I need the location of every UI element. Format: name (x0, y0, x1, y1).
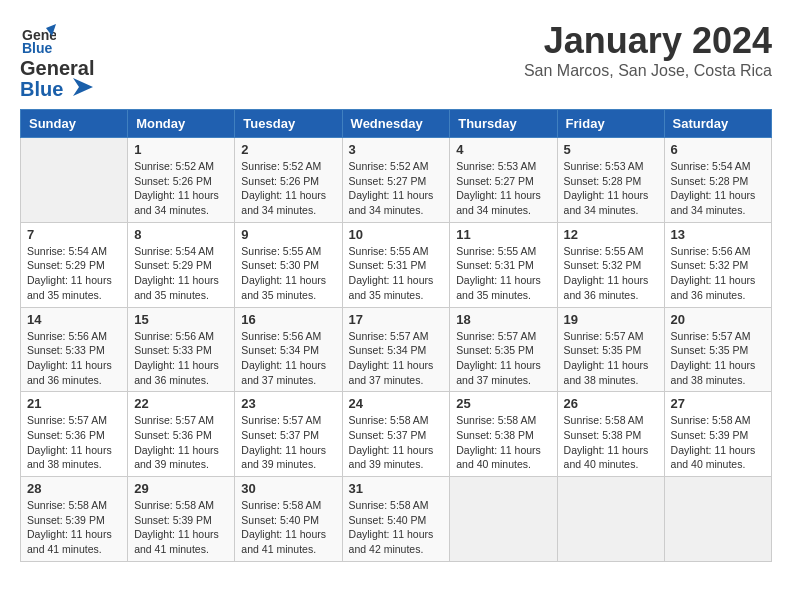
calendar-week-row: 21Sunrise: 5:57 AMSunset: 5:36 PMDayligh… (21, 392, 772, 477)
calendar-week-row: 14Sunrise: 5:56 AMSunset: 5:33 PMDayligh… (21, 307, 772, 392)
calendar-cell (21, 138, 128, 223)
day-info: Sunrise: 5:58 AMSunset: 5:39 PMDaylight:… (671, 413, 765, 472)
day-info: Sunrise: 5:57 AMSunset: 5:35 PMDaylight:… (671, 329, 765, 388)
header-day: Friday (557, 110, 664, 138)
day-number: 31 (349, 481, 444, 496)
logo-arrow-icon (73, 78, 93, 96)
sunset-text: Sunset: 5:37 PM (349, 428, 444, 443)
sunrise-text: Sunrise: 5:55 AM (564, 244, 658, 259)
sunrise-text: Sunrise: 5:54 AM (671, 159, 765, 174)
sunset-text: Sunset: 5:36 PM (27, 428, 121, 443)
sunrise-text: Sunrise: 5:56 AM (671, 244, 765, 259)
header-row: SundayMondayTuesdayWednesdayThursdayFrid… (21, 110, 772, 138)
title-block: January 2024 San Marcos, San Jose, Costa… (524, 20, 772, 80)
day-info: Sunrise: 5:56 AMSunset: 5:32 PMDaylight:… (671, 244, 765, 303)
daylight-text: Daylight: 11 hours and 39 minutes. (241, 443, 335, 472)
day-info: Sunrise: 5:54 AMSunset: 5:29 PMDaylight:… (134, 244, 228, 303)
day-info: Sunrise: 5:55 AMSunset: 5:32 PMDaylight:… (564, 244, 658, 303)
calendar-cell: 1Sunrise: 5:52 AMSunset: 5:26 PMDaylight… (128, 138, 235, 223)
daylight-text: Daylight: 11 hours and 34 minutes. (241, 188, 335, 217)
daylight-text: Daylight: 11 hours and 37 minutes. (349, 358, 444, 387)
daylight-text: Daylight: 11 hours and 42 minutes. (349, 527, 444, 556)
sunset-text: Sunset: 5:32 PM (671, 258, 765, 273)
sunrise-text: Sunrise: 5:56 AM (241, 329, 335, 344)
calendar-week-row: 1Sunrise: 5:52 AMSunset: 5:26 PMDaylight… (21, 138, 772, 223)
sunrise-text: Sunrise: 5:58 AM (671, 413, 765, 428)
calendar-cell: 26Sunrise: 5:58 AMSunset: 5:38 PMDayligh… (557, 392, 664, 477)
calendar-cell: 15Sunrise: 5:56 AMSunset: 5:33 PMDayligh… (128, 307, 235, 392)
day-number: 7 (27, 227, 121, 242)
sunset-text: Sunset: 5:35 PM (564, 343, 658, 358)
day-number: 30 (241, 481, 335, 496)
sunset-text: Sunset: 5:38 PM (564, 428, 658, 443)
calendar-cell: 28Sunrise: 5:58 AMSunset: 5:39 PMDayligh… (21, 477, 128, 562)
calendar-cell (450, 477, 557, 562)
daylight-text: Daylight: 11 hours and 34 minutes. (671, 188, 765, 217)
daylight-text: Daylight: 11 hours and 35 minutes. (134, 273, 228, 302)
daylight-text: Daylight: 11 hours and 39 minutes. (349, 443, 444, 472)
daylight-text: Daylight: 11 hours and 34 minutes. (456, 188, 550, 217)
sunrise-text: Sunrise: 5:52 AM (349, 159, 444, 174)
day-info: Sunrise: 5:54 AMSunset: 5:29 PMDaylight:… (27, 244, 121, 303)
day-info: Sunrise: 5:57 AMSunset: 5:37 PMDaylight:… (241, 413, 335, 472)
daylight-text: Daylight: 11 hours and 41 minutes. (134, 527, 228, 556)
daylight-text: Daylight: 11 hours and 35 minutes. (456, 273, 550, 302)
calendar-cell: 20Sunrise: 5:57 AMSunset: 5:35 PMDayligh… (664, 307, 771, 392)
day-info: Sunrise: 5:58 AMSunset: 5:38 PMDaylight:… (564, 413, 658, 472)
header-day: Tuesday (235, 110, 342, 138)
sunrise-text: Sunrise: 5:57 AM (564, 329, 658, 344)
day-number: 5 (564, 142, 658, 157)
daylight-text: Daylight: 11 hours and 38 minutes. (671, 358, 765, 387)
sunset-text: Sunset: 5:27 PM (349, 174, 444, 189)
daylight-text: Daylight: 11 hours and 40 minutes. (671, 443, 765, 472)
sunset-text: Sunset: 5:40 PM (349, 513, 444, 528)
day-info: Sunrise: 5:58 AMSunset: 5:40 PMDaylight:… (349, 498, 444, 557)
sunrise-text: Sunrise: 5:58 AM (134, 498, 228, 513)
day-info: Sunrise: 5:53 AMSunset: 5:27 PMDaylight:… (456, 159, 550, 218)
daylight-text: Daylight: 11 hours and 36 minutes. (564, 273, 658, 302)
sunset-text: Sunset: 5:35 PM (456, 343, 550, 358)
day-number: 15 (134, 312, 228, 327)
header-day: Wednesday (342, 110, 450, 138)
calendar-body: 1Sunrise: 5:52 AMSunset: 5:26 PMDaylight… (21, 138, 772, 562)
day-info: Sunrise: 5:55 AMSunset: 5:31 PMDaylight:… (456, 244, 550, 303)
sunrise-text: Sunrise: 5:53 AM (564, 159, 658, 174)
sunset-text: Sunset: 5:33 PM (134, 343, 228, 358)
day-info: Sunrise: 5:54 AMSunset: 5:28 PMDaylight:… (671, 159, 765, 218)
day-info: Sunrise: 5:57 AMSunset: 5:36 PMDaylight:… (27, 413, 121, 472)
day-info: Sunrise: 5:58 AMSunset: 5:37 PMDaylight:… (349, 413, 444, 472)
day-info: Sunrise: 5:57 AMSunset: 5:35 PMDaylight:… (564, 329, 658, 388)
sunset-text: Sunset: 5:31 PM (349, 258, 444, 273)
svg-marker-3 (73, 78, 93, 96)
sunset-text: Sunset: 5:38 PM (456, 428, 550, 443)
sunrise-text: Sunrise: 5:57 AM (671, 329, 765, 344)
sunset-text: Sunset: 5:39 PM (27, 513, 121, 528)
day-number: 26 (564, 396, 658, 411)
sunrise-text: Sunrise: 5:52 AM (134, 159, 228, 174)
calendar-table: SundayMondayTuesdayWednesdayThursdayFrid… (20, 109, 772, 562)
sunrise-text: Sunrise: 5:58 AM (564, 413, 658, 428)
daylight-text: Daylight: 11 hours and 36 minutes. (134, 358, 228, 387)
sunrise-text: Sunrise: 5:53 AM (456, 159, 550, 174)
calendar-cell: 5Sunrise: 5:53 AMSunset: 5:28 PMDaylight… (557, 138, 664, 223)
sunset-text: Sunset: 5:40 PM (241, 513, 335, 528)
calendar-cell: 25Sunrise: 5:58 AMSunset: 5:38 PMDayligh… (450, 392, 557, 477)
day-number: 1 (134, 142, 228, 157)
sunset-text: Sunset: 5:34 PM (349, 343, 444, 358)
daylight-text: Daylight: 11 hours and 34 minutes. (349, 188, 444, 217)
sunset-text: Sunset: 5:28 PM (564, 174, 658, 189)
calendar-cell: 30Sunrise: 5:58 AMSunset: 5:40 PMDayligh… (235, 477, 342, 562)
sunrise-text: Sunrise: 5:55 AM (456, 244, 550, 259)
day-number: 11 (456, 227, 550, 242)
calendar-cell: 21Sunrise: 5:57 AMSunset: 5:36 PMDayligh… (21, 392, 128, 477)
sunrise-text: Sunrise: 5:57 AM (27, 413, 121, 428)
calendar-cell: 13Sunrise: 5:56 AMSunset: 5:32 PMDayligh… (664, 222, 771, 307)
daylight-text: Daylight: 11 hours and 35 minutes. (241, 273, 335, 302)
calendar-cell: 27Sunrise: 5:58 AMSunset: 5:39 PMDayligh… (664, 392, 771, 477)
day-info: Sunrise: 5:53 AMSunset: 5:28 PMDaylight:… (564, 159, 658, 218)
calendar-week-row: 28Sunrise: 5:58 AMSunset: 5:39 PMDayligh… (21, 477, 772, 562)
daylight-text: Daylight: 11 hours and 37 minutes. (241, 358, 335, 387)
calendar-header: SundayMondayTuesdayWednesdayThursdayFrid… (21, 110, 772, 138)
sunset-text: Sunset: 5:39 PM (134, 513, 228, 528)
sunrise-text: Sunrise: 5:55 AM (349, 244, 444, 259)
